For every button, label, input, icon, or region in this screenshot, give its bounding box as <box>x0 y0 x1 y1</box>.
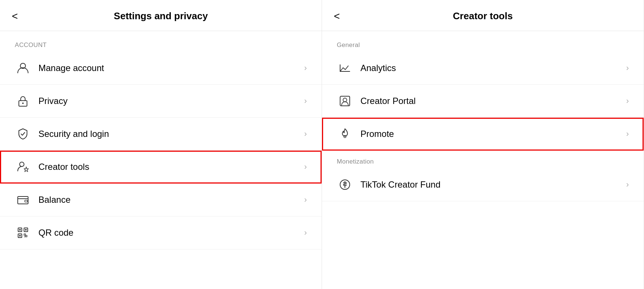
left-panel: < Settings and privacy ACCOUNT Manage ac… <box>0 0 322 289</box>
chevron-icon: › <box>626 63 629 73</box>
menu-item-tiktok-creator-fund[interactable]: TikTok Creator Fund › <box>322 168 644 201</box>
monetization-section-label: Monetization <box>322 151 644 168</box>
analytics-label: Analytics <box>360 63 626 73</box>
tiktok-creator-fund-label: TikTok Creator Fund <box>360 179 626 190</box>
menu-item-promote[interactable]: Promote › <box>322 118 644 151</box>
person-star-icon <box>15 159 31 175</box>
chevron-icon: › <box>304 162 307 172</box>
qr-icon <box>15 225 31 241</box>
chevron-icon: › <box>626 96 629 106</box>
chevron-icon: › <box>304 63 307 73</box>
menu-item-qr-code[interactable]: QR code › <box>0 216 322 249</box>
manage-account-label: Manage account <box>38 63 304 73</box>
menu-item-balance[interactable]: Balance › <box>0 184 322 216</box>
dollar-circle-icon <box>337 177 353 193</box>
menu-item-security-login[interactable]: Security and login › <box>0 118 322 151</box>
analytics-icon <box>337 60 353 76</box>
left-panel-header: < Settings and privacy <box>0 0 322 31</box>
svg-rect-6 <box>25 200 27 202</box>
account-section-label: ACCOUNT <box>0 34 322 52</box>
privacy-label: Privacy <box>38 96 304 106</box>
chevron-icon: › <box>304 96 307 106</box>
svg-rect-10 <box>19 229 21 231</box>
promote-label: Promote <box>360 129 626 139</box>
svg-point-14 <box>343 98 347 102</box>
creator-portal-label: Creator Portal <box>360 96 626 106</box>
svg-rect-11 <box>25 229 27 231</box>
svg-point-3 <box>20 162 24 167</box>
menu-item-creator-tools[interactable]: Creator tools › <box>0 151 322 184</box>
menu-item-analytics[interactable]: Analytics › <box>322 52 644 85</box>
shield-icon <box>15 126 31 142</box>
menu-item-manage-account[interactable]: Manage account › <box>0 52 322 85</box>
creator-tools-label: Creator tools <box>38 162 304 172</box>
svg-rect-12 <box>19 235 21 236</box>
left-back-button[interactable]: < <box>12 11 18 21</box>
lock-icon <box>15 93 31 109</box>
right-panel: < Creator tools General Analytics › Crea… <box>322 0 644 289</box>
right-back-button[interactable]: < <box>334 11 340 21</box>
general-section-label: General <box>322 34 644 52</box>
menu-item-privacy[interactable]: Privacy › <box>0 85 322 118</box>
balance-label: Balance <box>38 195 304 205</box>
svg-point-2 <box>22 103 24 104</box>
left-panel-title: Settings and privacy <box>114 10 208 22</box>
wallet-icon <box>15 192 31 208</box>
chevron-icon: › <box>304 129 307 139</box>
flame-icon <box>337 126 353 142</box>
creator-portal-icon <box>337 93 353 109</box>
menu-item-creator-portal[interactable]: Creator Portal › <box>322 85 644 118</box>
security-login-label: Security and login <box>38 129 304 139</box>
chevron-icon: › <box>626 129 629 139</box>
chevron-icon: › <box>304 195 307 205</box>
qr-code-label: QR code <box>38 228 304 238</box>
person-icon <box>15 60 31 76</box>
chevron-icon: › <box>304 228 307 238</box>
chevron-icon: › <box>626 180 629 189</box>
right-panel-title: Creator tools <box>453 10 513 22</box>
svg-marker-4 <box>24 167 28 172</box>
right-panel-header: < Creator tools <box>322 0 644 31</box>
